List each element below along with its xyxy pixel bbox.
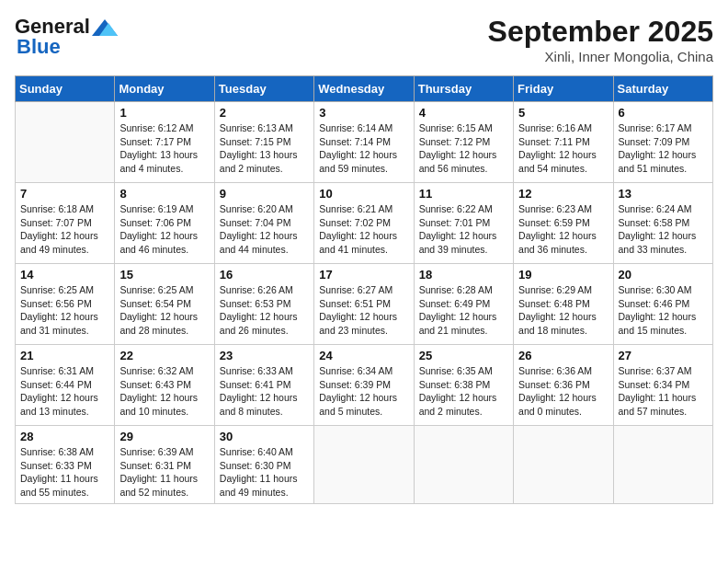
day-number: 12 — [518, 187, 608, 201]
weekday-header-wednesday: Wednesday — [314, 76, 414, 102]
calendar-cell: 1Sunrise: 6:12 AMSunset: 7:17 PMDaylight… — [115, 102, 214, 183]
day-info: Sunrise: 6:28 AMSunset: 6:49 PMDaylight:… — [419, 283, 508, 338]
calendar-cell: 7Sunrise: 6:18 AMSunset: 7:07 PMDaylight… — [16, 183, 115, 264]
weekday-header-friday: Friday — [514, 76, 613, 102]
day-number: 27 — [619, 349, 708, 362]
calendar-cell: 19Sunrise: 6:29 AMSunset: 6:48 PMDayligh… — [514, 264, 613, 345]
calendar-cell: 18Sunrise: 6:28 AMSunset: 6:49 PMDayligh… — [414, 264, 513, 345]
calendar-cell — [613, 426, 712, 504]
calendar-cell: 17Sunrise: 6:27 AMSunset: 6:51 PMDayligh… — [314, 264, 414, 345]
calendar-cell: 15Sunrise: 6:25 AMSunset: 6:54 PMDayligh… — [115, 264, 214, 345]
calendar-cell: 21Sunrise: 6:31 AMSunset: 6:44 PMDayligh… — [16, 345, 115, 426]
calendar-cell: 20Sunrise: 6:30 AMSunset: 6:46 PMDayligh… — [613, 264, 712, 345]
calendar-cell: 14Sunrise: 6:25 AMSunset: 6:56 PMDayligh… — [16, 264, 115, 345]
weekday-header-sunday: Sunday — [16, 76, 115, 102]
day-info: Sunrise: 6:31 AMSunset: 6:44 PMDaylight:… — [20, 364, 109, 419]
day-number: 22 — [119, 349, 209, 362]
calendar-cell: 27Sunrise: 6:37 AMSunset: 6:34 PMDayligh… — [613, 345, 712, 426]
day-number: 18 — [419, 268, 508, 282]
calendar-cell: 6Sunrise: 6:17 AMSunset: 7:09 PMDaylight… — [613, 102, 712, 183]
day-info: Sunrise: 6:27 AMSunset: 6:51 PMDaylight:… — [319, 283, 408, 338]
day-info: Sunrise: 6:40 AMSunset: 6:30 PMDaylight:… — [220, 445, 309, 500]
day-info: Sunrise: 6:29 AMSunset: 6:48 PMDaylight:… — [518, 283, 608, 338]
day-number: 26 — [518, 349, 608, 362]
day-number: 11 — [419, 187, 508, 201]
day-number: 16 — [220, 268, 309, 282]
day-info: Sunrise: 6:35 AMSunset: 6:38 PMDaylight:… — [419, 364, 508, 419]
calendar-cell: 28Sunrise: 6:38 AMSunset: 6:33 PMDayligh… — [16, 426, 115, 504]
day-info: Sunrise: 6:13 AMSunset: 7:15 PMDaylight:… — [220, 121, 309, 176]
calendar-cell: 3Sunrise: 6:14 AMSunset: 7:14 PMDaylight… — [314, 102, 414, 183]
calendar-cell: 2Sunrise: 6:13 AMSunset: 7:15 PMDaylight… — [214, 102, 313, 183]
month-title: September 2025 — [488, 15, 713, 49]
day-number: 7 — [20, 187, 109, 201]
calendar-cell: 10Sunrise: 6:21 AMSunset: 7:02 PMDayligh… — [314, 183, 414, 264]
calendar-cell — [514, 426, 613, 504]
day-info: Sunrise: 6:18 AMSunset: 7:07 PMDaylight:… — [20, 202, 109, 257]
day-info: Sunrise: 6:21 AMSunset: 7:02 PMDaylight:… — [319, 202, 408, 257]
weekday-header-monday: Monday — [115, 76, 214, 102]
day-info: Sunrise: 6:22 AMSunset: 7:01 PMDaylight:… — [419, 202, 508, 257]
day-number: 15 — [119, 268, 209, 282]
weekday-header-thursday: Thursday — [414, 76, 513, 102]
day-info: Sunrise: 6:36 AMSunset: 6:36 PMDaylight:… — [518, 364, 608, 419]
day-info: Sunrise: 6:15 AMSunset: 7:12 PMDaylight:… — [419, 121, 508, 176]
day-number: 19 — [518, 268, 608, 282]
day-number: 25 — [419, 349, 508, 362]
page-header: General Blue September 2025 Xinli, Inner… — [15, 15, 713, 64]
calendar-cell — [314, 426, 414, 504]
calendar-cell: 22Sunrise: 6:32 AMSunset: 6:43 PMDayligh… — [115, 345, 214, 426]
day-info: Sunrise: 6:14 AMSunset: 7:14 PMDaylight:… — [319, 121, 408, 176]
day-info: Sunrise: 6:25 AMSunset: 6:56 PMDaylight:… — [20, 283, 109, 338]
calendar-cell: 29Sunrise: 6:39 AMSunset: 6:31 PMDayligh… — [115, 426, 214, 504]
day-number: 2 — [220, 106, 309, 120]
day-number: 9 — [220, 187, 309, 201]
calendar-table: SundayMondayTuesdayWednesdayThursdayFrid… — [15, 75, 713, 504]
logo-blue-text: Blue — [17, 35, 61, 59]
calendar-cell: 25Sunrise: 6:35 AMSunset: 6:38 PMDayligh… — [414, 345, 513, 426]
title-block: September 2025 Xinli, Inner Mongolia, Ch… — [488, 15, 713, 64]
day-info: Sunrise: 6:30 AMSunset: 6:46 PMDaylight:… — [619, 283, 708, 338]
calendar-week-3: 14Sunrise: 6:25 AMSunset: 6:56 PMDayligh… — [16, 264, 713, 345]
day-number: 10 — [319, 187, 408, 201]
day-number: 20 — [619, 268, 708, 282]
calendar-week-2: 7Sunrise: 6:18 AMSunset: 7:07 PMDaylight… — [16, 183, 713, 264]
day-number: 3 — [319, 106, 408, 120]
day-number: 29 — [119, 430, 209, 443]
calendar-cell — [414, 426, 513, 504]
day-info: Sunrise: 6:23 AMSunset: 6:59 PMDaylight:… — [518, 202, 608, 257]
weekday-header-saturday: Saturday — [613, 76, 712, 102]
logo: General Blue — [15, 15, 118, 59]
day-info: Sunrise: 6:19 AMSunset: 7:06 PMDaylight:… — [119, 202, 209, 257]
day-number: 17 — [319, 268, 408, 282]
weekday-header-row: SundayMondayTuesdayWednesdayThursdayFrid… — [16, 76, 713, 102]
day-info: Sunrise: 6:32 AMSunset: 6:43 PMDaylight:… — [119, 364, 209, 419]
day-info: Sunrise: 6:33 AMSunset: 6:41 PMDaylight:… — [220, 364, 309, 419]
day-info: Sunrise: 6:39 AMSunset: 6:31 PMDaylight:… — [119, 445, 209, 500]
day-info: Sunrise: 6:26 AMSunset: 6:53 PMDaylight:… — [220, 283, 309, 338]
day-info: Sunrise: 6:38 AMSunset: 6:33 PMDaylight:… — [20, 445, 109, 500]
day-info: Sunrise: 6:34 AMSunset: 6:39 PMDaylight:… — [319, 364, 408, 419]
day-number: 30 — [220, 430, 309, 443]
calendar-cell: 30Sunrise: 6:40 AMSunset: 6:30 PMDayligh… — [214, 426, 313, 504]
day-number: 5 — [518, 106, 608, 120]
day-number: 6 — [619, 106, 708, 120]
day-number: 1 — [119, 106, 209, 120]
calendar-week-5: 28Sunrise: 6:38 AMSunset: 6:33 PMDayligh… — [16, 426, 713, 504]
location-title: Xinli, Inner Mongolia, China — [488, 49, 713, 64]
calendar-cell: 16Sunrise: 6:26 AMSunset: 6:53 PMDayligh… — [214, 264, 313, 345]
day-number: 21 — [20, 349, 109, 362]
day-info: Sunrise: 6:16 AMSunset: 7:11 PMDaylight:… — [518, 121, 608, 176]
weekday-header-tuesday: Tuesday — [214, 76, 313, 102]
day-info: Sunrise: 6:37 AMSunset: 6:34 PMDaylight:… — [619, 364, 708, 419]
day-info: Sunrise: 6:12 AMSunset: 7:17 PMDaylight:… — [119, 121, 209, 176]
day-number: 13 — [619, 187, 708, 201]
calendar-cell: 5Sunrise: 6:16 AMSunset: 7:11 PMDaylight… — [514, 102, 613, 183]
calendar-cell: 26Sunrise: 6:36 AMSunset: 6:36 PMDayligh… — [514, 345, 613, 426]
calendar-cell: 8Sunrise: 6:19 AMSunset: 7:06 PMDaylight… — [115, 183, 214, 264]
calendar-cell: 9Sunrise: 6:20 AMSunset: 7:04 PMDaylight… — [214, 183, 313, 264]
calendar-cell: 24Sunrise: 6:34 AMSunset: 6:39 PMDayligh… — [314, 345, 414, 426]
day-number: 14 — [20, 268, 109, 282]
calendar-cell: 23Sunrise: 6:33 AMSunset: 6:41 PMDayligh… — [214, 345, 313, 426]
calendar-cell — [16, 102, 115, 183]
